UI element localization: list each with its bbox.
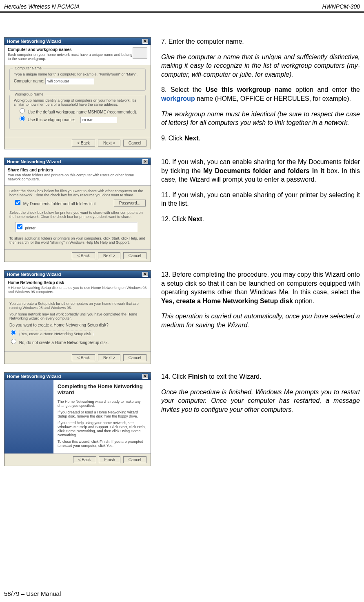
wiz4-p3: If you need help using your home network… xyxy=(58,421,146,437)
button-row-4: < Back Finish Cancel xyxy=(4,453,151,466)
close-icon[interactable]: ✕ xyxy=(142,39,148,44)
next-button[interactable]: Next > xyxy=(98,252,120,259)
wizard-3: Home Networking Wizard ✕ Home Networking… xyxy=(4,270,151,364)
s14b: Finish xyxy=(188,373,207,380)
page-header: Hercules Wireless N PCMCIA HWNPCM-300 xyxy=(0,0,364,13)
s14c: to exit the Wizard. xyxy=(207,373,262,380)
wiz2-p2: Select the check box below for printers … xyxy=(9,211,146,219)
text-block-3: 13. Before completing the procedure, you… xyxy=(161,270,360,364)
titlebar-3: Home Networking Wizard ✕ xyxy=(4,271,151,278)
header-left: Hercules Wireless N PCMCIA xyxy=(4,3,80,10)
share-printer-label: printer xyxy=(25,226,36,230)
s8b: Use this workgroup name xyxy=(206,86,292,93)
radio-no-disk-label: No, do not create a Home Networking Setu… xyxy=(19,340,109,345)
wizard-header-3: Home Networking Setup disk A Home Networ… xyxy=(4,278,151,298)
share-docs-label: My Documents folder and all folders in i… xyxy=(23,202,96,206)
back-button[interactable]: < Back xyxy=(73,456,96,463)
s9c: . xyxy=(199,135,200,142)
radio-use-wg[interactable] xyxy=(20,116,25,121)
s13a: 13. Before completing the procedure, you… xyxy=(161,271,360,295)
step-7: 7. Enter the computer name. xyxy=(161,37,360,46)
grp2-desc: Workgroup names identify a group of comp… xyxy=(14,98,141,107)
cancel-button[interactable]: Cancel xyxy=(123,140,146,147)
step-8-note: The workgroup name must be identical (be… xyxy=(161,110,360,127)
step-11: 11. If you wish, you can enable sharing … xyxy=(161,191,360,208)
wizard-header-2: Share files and printers You can share f… xyxy=(4,165,151,186)
button-row-2: < Back Next > Cancel xyxy=(4,249,151,262)
grp2-legend: Workgroup Name xyxy=(13,92,45,96)
back-button[interactable]: < Back xyxy=(72,354,95,361)
text-block-4: 14. Click Finish to exit the Wizard. Onc… xyxy=(161,372,360,466)
cancel-button[interactable]: Cancel xyxy=(123,354,146,361)
s10b: My Documents folder and folders in it xyxy=(203,167,324,174)
title-text-3: Home Networking Wizard xyxy=(7,272,61,277)
s12a: 12. Click xyxy=(161,215,188,222)
radio-create-disk-label: Yes, create a Home Networking Setup disk… xyxy=(19,331,94,337)
wiz4-p2: If you created or used a Home Networking… xyxy=(58,410,146,418)
back-button[interactable]: < Back xyxy=(72,140,95,147)
workgroup-link[interactable]: workgroup xyxy=(161,95,195,102)
wiz2-p1: Select the check box below for files you… xyxy=(9,189,146,197)
wiz4-p4: To close this wizard, click Finish. If y… xyxy=(58,440,146,448)
step-14: 14. Click Finish to exit the Wizard. xyxy=(161,372,360,381)
share-printer-checkbox[interactable] xyxy=(17,224,22,229)
wiz3-heading: Home Networking Setup disk xyxy=(8,280,147,285)
computer-name-input[interactable]: wifi computer xyxy=(45,78,94,84)
s13c: option. xyxy=(293,298,314,304)
share-docs-checkbox[interactable] xyxy=(15,200,20,205)
s8a: 8. Select the xyxy=(161,86,206,93)
close-icon[interactable]: ✕ xyxy=(142,272,148,277)
wizard-4: Home Networking Wizard ✕ Completing the … xyxy=(4,372,151,466)
wizard-1: Home Networking Wizard ✕ Computer and wo… xyxy=(4,37,151,149)
wizard-2: Home Networking Wizard ✕ Share files and… xyxy=(4,158,151,262)
wiz3-q: Do you want to create a Home Networking … xyxy=(9,323,146,327)
cancel-button[interactable]: Cancel xyxy=(123,456,146,463)
cancel-button[interactable]: Cancel xyxy=(123,252,146,259)
step-8: 8. Select the Use this workgroup name op… xyxy=(161,85,360,103)
s12c: . xyxy=(202,215,204,222)
wiz3-p1: You can create a Setup disk for other co… xyxy=(9,302,146,310)
workgroup-name-group: Workgroup Name Workgroup names identify … xyxy=(9,95,146,129)
close-icon[interactable]: ✕ xyxy=(142,159,148,164)
finish-button[interactable]: Finish xyxy=(99,456,120,463)
close-icon[interactable]: ✕ xyxy=(142,374,148,379)
next-button[interactable]: Next > xyxy=(98,354,120,361)
title-text: Home Networking Wizard xyxy=(7,39,61,44)
main-content: Home Networking Wizard ✕ Computer and wo… xyxy=(0,13,364,466)
computer-name-label: Computer name: xyxy=(14,79,44,83)
step-12: 12. Click Next. xyxy=(161,215,360,224)
grp1-legend: Computer Name xyxy=(13,66,43,70)
workgroup-input[interactable]: HOME xyxy=(80,117,117,123)
next-button[interactable]: Next > xyxy=(98,140,120,147)
step-13-note: This operation is carried out automatica… xyxy=(161,312,360,329)
titlebar-4: Home Networking Wizard ✕ xyxy=(4,373,151,380)
titlebar-1: Home Networking Wizard ✕ xyxy=(4,38,151,45)
row-1: Home Networking Wizard ✕ Computer and wo… xyxy=(4,37,360,149)
radio-create-disk[interactable] xyxy=(11,330,16,335)
titlebar-2: Home Networking Wizard ✕ xyxy=(4,158,151,165)
radio-no-disk[interactable] xyxy=(11,339,16,344)
text-block-2: 10. If you wish, you can enable sharing … xyxy=(161,158,360,262)
s9b: Next xyxy=(184,135,199,142)
s12b: Next xyxy=(188,215,202,222)
back-button[interactable]: < Back xyxy=(72,252,95,259)
step-9: 9. Click Next. xyxy=(161,134,360,143)
radio1-label: Use the default workgroup name MSHOME (r… xyxy=(28,110,137,114)
row-2: Home Networking Wizard ✕ Share files and… xyxy=(4,158,360,262)
wiz4-title: Completing the Home Networking wizard xyxy=(58,383,146,395)
radio-default-wg[interactable] xyxy=(20,108,25,113)
password-button[interactable]: Password... xyxy=(114,200,146,207)
wiz1-subheading: Each computer on your home network must … xyxy=(8,53,133,61)
s14a: 14. Click xyxy=(161,373,188,380)
network-icon xyxy=(133,47,147,59)
title-text-4: Home Networking Wizard xyxy=(7,374,61,379)
wizard-side-panel xyxy=(4,380,53,453)
text-block-1: 7. Enter the computer name. Give the com… xyxy=(161,37,360,149)
header-right: HWNPCM-300 xyxy=(322,3,360,10)
step-7-note: Give the computer a name that is unique … xyxy=(161,53,360,79)
page-footer: 58/79 – User Manual xyxy=(4,590,61,597)
step-13: 13. Before completing the procedure, you… xyxy=(161,270,360,305)
wiz4-p1: The Home Networking wizard is ready to m… xyxy=(58,400,146,408)
row-4: Home Networking Wizard ✕ Completing the … xyxy=(4,372,360,466)
button-row-3: < Back Next > Cancel xyxy=(4,351,151,364)
